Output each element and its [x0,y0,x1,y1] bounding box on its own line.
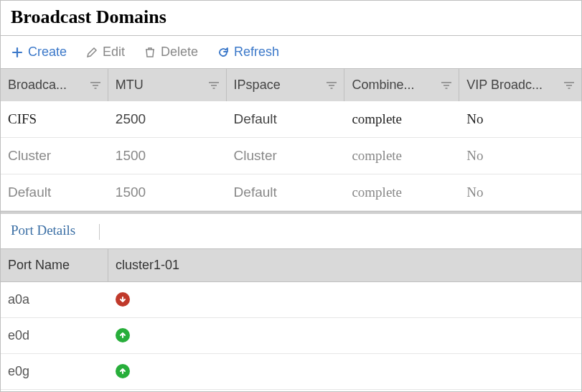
table-header: Broadca... MTU IPspace Combine... VIP Br… [1,69,581,101]
cell: Cluster [227,138,345,174]
arrow-up-icon [116,328,130,342]
col-node-label: cluster1-01 [116,258,179,272]
cell: 2500 [108,101,227,137]
table-row[interactable]: CIFS2500DefaultcompleteNo [1,101,581,138]
port-table-body: a0ae0de0g [1,282,581,390]
col-ipspace[interactable]: IPspace [227,69,345,101]
table-row[interactable]: Cluster1500ClustercompleteNo [1,138,581,174]
port-details-title: Port Details [1,214,581,248]
cell: No [459,174,581,210]
cell: complete [344,101,459,137]
port-table-header: Port Name cluster1-01 [1,248,581,282]
plus-icon [11,46,24,59]
cell: No [459,138,581,174]
port-row[interactable]: e0d [1,318,581,354]
trash-icon [144,46,156,59]
port-name-cell: a0a [1,282,108,317]
cell: complete [344,138,459,174]
cell: Default [227,101,345,137]
cell: complete [344,174,459,210]
edit-button[interactable]: Edit [85,45,125,60]
cell: CIFS [1,101,108,137]
filter-icon[interactable] [564,81,574,90]
port-row[interactable]: e0g [1,354,581,390]
port-details-label: Port Details [11,223,75,238]
port-name-cell: e0d [1,318,108,353]
cell: Default [1,174,108,210]
refresh-button[interactable]: Refresh [217,45,279,60]
cell: 1500 [108,138,227,174]
col-ipspace-label: IPspace [234,78,281,93]
create-button[interactable]: Create [11,45,67,60]
port-row[interactable]: a0a [1,282,581,318]
col-vip[interactable]: VIP Broadc... [459,69,581,101]
delete-button[interactable]: Delete [144,45,198,60]
col-mtu-label: MTU [116,78,144,93]
cell: Default [227,174,345,210]
toolbar: Create Edit Delete Refresh [1,36,581,69]
col-broadcast-label: Broadca... [8,78,67,93]
col-combined-label: Combine... [352,78,414,93]
col-mtu[interactable]: MTU [108,69,227,101]
col-combined[interactable]: Combine... [344,69,459,101]
col-broadcast[interactable]: Broadca... [1,69,108,101]
port-name-cell: e0g [1,354,108,389]
arrow-down-icon [116,292,130,307]
port-status-cell [108,354,581,389]
cell: 1500 [108,174,227,210]
cell: Cluster [1,138,108,174]
col-vip-label: VIP Broadc... [466,78,543,93]
port-status-cell [108,318,581,353]
arrow-up-icon [116,364,130,378]
pencil-icon [85,46,98,59]
filter-icon[interactable] [327,81,337,90]
delete-label: Delete [161,45,198,60]
page-title: Broadcast Domains [1,1,581,36]
port-status-cell [108,282,581,317]
col-port-name[interactable]: Port Name [1,249,108,281]
edit-label: Edit [103,45,125,60]
create-label: Create [28,45,67,60]
table-body: CIFS2500DefaultcompleteNoCluster1500Clus… [1,101,581,211]
refresh-icon [217,46,230,59]
table-row[interactable]: Default1500DefaultcompleteNo [1,174,581,211]
col-port-name-label: Port Name [8,258,70,272]
filter-icon[interactable] [441,81,451,90]
refresh-label: Refresh [234,45,279,60]
filter-icon[interactable] [209,81,219,90]
cell: No [459,101,581,137]
divider [99,224,100,240]
filter-icon[interactable] [90,81,100,90]
col-node[interactable]: cluster1-01 [108,249,581,281]
